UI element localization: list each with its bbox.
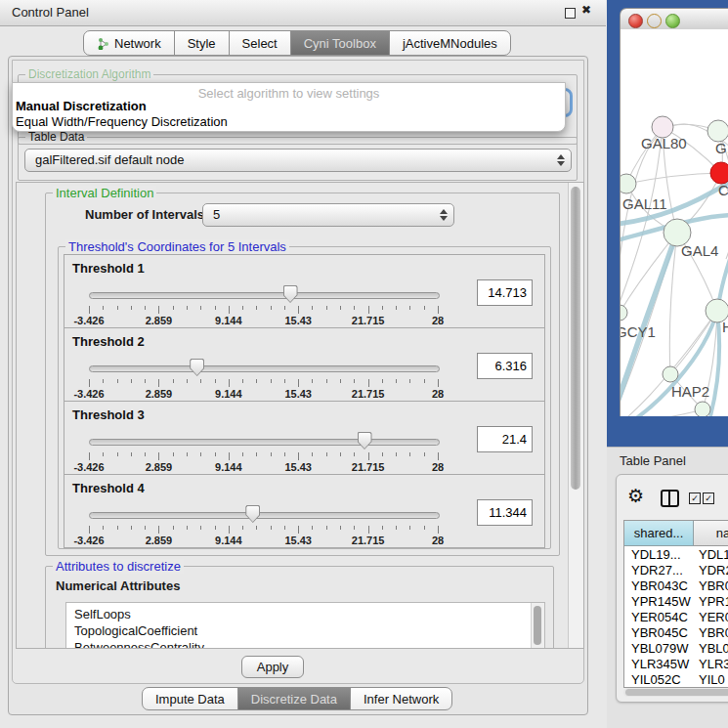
threshold-slider[interactable]: -3.4262.8599.14415.4321.71528: [89, 504, 438, 545]
tab-network[interactable]: Network: [83, 30, 175, 56]
algorithm-item-equal-width[interactable]: Equal Width/Frequency Discretization: [16, 114, 228, 129]
scrollbar-thumb[interactable]: [625, 689, 728, 696]
slider-tick: [396, 306, 397, 310]
threshold-slider[interactable]: -3.4262.8599.14415.4321.71528: [89, 431, 438, 472]
slider-tick: [158, 306, 159, 314]
control-panel-titlebar: Control Panel ✖: [0, 0, 606, 26]
tab-impute-data[interactable]: Impute Data: [142, 687, 238, 710]
columns-icon[interactable]: [661, 490, 679, 507]
threshold-value-field[interactable]: 14.713: [477, 279, 533, 306]
slider-thumb[interactable]: [283, 285, 298, 303]
checkbox-icon[interactable]: ✓: [703, 492, 714, 504]
attribute-item-topologicalcoefficient[interactable]: TopologicalCoefficient: [66, 622, 544, 639]
slider-tick: [117, 452, 118, 456]
scrollbar-thumb[interactable]: [571, 187, 580, 490]
tab-select[interactable]: Select: [229, 30, 291, 56]
node-label: G.: [715, 140, 728, 156]
num-intervals-combobox[interactable]: 5: [202, 203, 454, 227]
close-icon[interactable]: ✖: [581, 3, 591, 17]
group-title: Interval Definition: [53, 186, 156, 200]
network-node-c[interactable]: [710, 162, 728, 184]
slider-tick-label: 9.144: [215, 388, 242, 400]
network-canvas[interactable]: GAL80G.CGAL11GAL4GCY1HHAP2: [620, 29, 728, 416]
slider-track[interactable]: [89, 365, 440, 372]
slider-tick: [271, 306, 272, 310]
tab-jactivemnodules[interactable]: jActiveMNodules: [389, 30, 511, 56]
threshold-value-field[interactable]: 6.316: [477, 353, 533, 379]
network-node-gal11[interactable]: [621, 174, 636, 193]
column-header-name[interactable]: na: [694, 521, 728, 546]
network-node-hap2[interactable]: [663, 366, 678, 382]
tab-label: Impute Data: [155, 692, 225, 707]
slider-tick-label: 21.715: [352, 461, 385, 473]
attributes-group: Attributes to discretize Numerical Attri…: [45, 566, 554, 649]
slider-tick: [438, 526, 439, 534]
tab-style[interactable]: Style: [174, 30, 230, 56]
panel-scrollbar[interactable]: [568, 183, 583, 648]
slider-tick: [382, 452, 383, 456]
slider-tick: [187, 526, 188, 530]
threshold-block: Threshold 2 -3.4262.8599.14415.4321.7152…: [64, 327, 545, 402]
attribute-item-betweennesscentrality[interactable]: BetweennessCentrality: [66, 639, 544, 649]
table-row[interactable]: YDR27...YDR2: [624, 563, 728, 578]
threshold-slider[interactable]: -3.4262.8599.14415.4321.71528: [89, 284, 438, 325]
cell-shared-name: YBR045C: [631, 625, 688, 640]
list-scrollbar[interactable]: [531, 603, 544, 649]
slider-tick-label: 9.144: [215, 461, 242, 473]
cell-name: YIL0: [699, 672, 725, 687]
table-data-combobox[interactable]: galFiltered.sif default node: [24, 149, 572, 172]
slider-thumb[interactable]: [190, 359, 204, 376]
threshold-value-field[interactable]: 11.344: [477, 499, 533, 526]
slider-thumb[interactable]: [358, 432, 372, 450]
network-node[interactable]: [695, 402, 710, 416]
slider-tick: [103, 526, 104, 530]
node-label: HAP2: [671, 383, 709, 400]
tab-discretize-data[interactable]: Discretize Data: [237, 687, 351, 710]
slider-tick-label: 9.144: [215, 315, 242, 326]
network-window-titlebar[interactable]: [620, 8, 728, 31]
threshold-slider[interactable]: -3.4262.8599.14415.4321.71528: [89, 358, 438, 399]
table-row[interactable]: YBR043CYBR0: [624, 578, 728, 594]
slider-tick: [89, 526, 90, 534]
cell-shared-name: YIL052C: [631, 672, 681, 687]
table-row[interactable]: YER054CYER0: [624, 610, 728, 625]
slider-tick: [158, 526, 159, 534]
column-header-shared-name[interactable]: shared...: [624, 521, 694, 546]
slider-track[interactable]: [89, 512, 440, 519]
slider-tick: [173, 379, 174, 383]
checkbox-icon[interactable]: ✓: [689, 492, 701, 504]
slider-tick-label: 28: [432, 315, 444, 326]
gear-icon[interactable]: ⚙: [627, 487, 644, 505]
minimize-traffic-light[interactable]: [647, 14, 662, 28]
numerical-attributes-list[interactable]: SelfLoopsTopologicalCoefficientBetweenne…: [65, 602, 545, 649]
slider-thumb[interactable]: [245, 505, 260, 523]
node-table[interactable]: shared... na YDL19...YDL1YDR27...YDR2YBR…: [623, 520, 728, 688]
apply-button[interactable]: Apply: [241, 656, 304, 678]
slider-tick: [284, 379, 285, 383]
table-row[interactable]: YIL052CYIL0: [624, 672, 728, 688]
tab-infer-network[interactable]: Infer Network: [350, 687, 452, 710]
node-label: C: [718, 182, 728, 198]
tab-cyni-toolbox[interactable]: Cyni Toolbox: [290, 30, 390, 56]
threshold-value-field[interactable]: 21.4: [477, 426, 533, 452]
table-hscrollbar[interactable]: [623, 688, 728, 697]
close-traffic-light[interactable]: [628, 14, 643, 28]
slider-track[interactable]: [89, 439, 440, 446]
float-window-icon[interactable]: [565, 8, 576, 19]
table-row[interactable]: YBL079WYBL0: [624, 641, 728, 657]
algorithm-item-manual[interactable]: Manual Discretization: [16, 99, 147, 113]
table-row[interactable]: YPR145WYPR1: [624, 594, 728, 610]
table-row[interactable]: YDL19...YDL1: [624, 547, 728, 563]
attribute-item-selfloops[interactable]: SelfLoops: [66, 603, 544, 622]
slider-tick: [326, 379, 327, 383]
zoom-traffic-light[interactable]: [665, 14, 680, 28]
slider-tick: [298, 379, 299, 387]
threshold-label: Threshold 2: [72, 334, 145, 349]
slider-tick: [326, 452, 327, 456]
slider-tick: [103, 306, 104, 310]
network-node-g[interactable]: [707, 120, 728, 142]
network-node-gcy1[interactable]: [621, 305, 627, 321]
slider-track[interactable]: [89, 292, 440, 299]
table-row[interactable]: YBR045CYBR0: [624, 625, 728, 641]
table-row[interactable]: YLR345WYLR3: [624, 657, 728, 672]
